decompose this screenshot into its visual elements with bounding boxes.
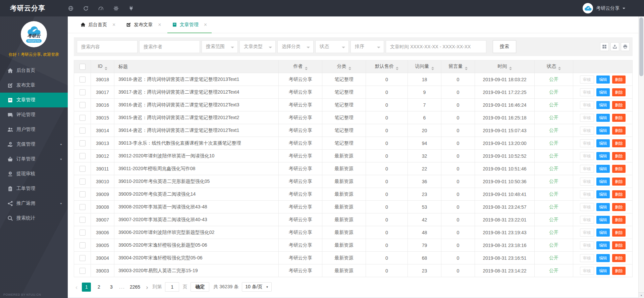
page-2265[interactable]: 2265	[128, 283, 142, 292]
audit-button[interactable]: 审核	[580, 178, 594, 186]
edit-button[interactable]: 编辑	[596, 267, 610, 275]
delete-button[interactable]: 删除	[612, 229, 626, 237]
row-checkbox[interactable]	[79, 204, 86, 210]
sidebar-item-search[interactable]: 搜索统计	[0, 211, 68, 226]
delete-button[interactable]: 删除	[612, 216, 626, 224]
row-checkbox[interactable]	[79, 166, 86, 172]
row-checkbox[interactable]	[79, 230, 86, 236]
audit-button[interactable]: 审核	[580, 76, 594, 84]
search-author-input[interactable]	[139, 40, 200, 53]
edit-button[interactable]: 编辑	[596, 229, 610, 237]
sort-icon[interactable]	[396, 67, 398, 70]
plug-icon[interactable]	[128, 6, 134, 11]
audit-button[interactable]: 审核	[580, 139, 594, 147]
tab-home[interactable]: 后台首页×	[75, 16, 121, 33]
sidebar-item-book[interactable]: 文章管理	[0, 93, 68, 107]
audit-button[interactable]: 审核	[580, 190, 594, 198]
filter-select-scope[interactable]: 搜索范围	[202, 40, 238, 53]
sort-icon[interactable]	[105, 67, 107, 70]
delete-button[interactable]: 删除	[612, 127, 626, 135]
audit-button[interactable]: 审核	[580, 267, 594, 275]
delete-button[interactable]: 删除	[612, 101, 626, 109]
print-button[interactable]	[621, 42, 630, 51]
filter-select-status[interactable]: 状态	[315, 40, 349, 53]
gear-icon[interactable]	[113, 6, 119, 11]
audit-button[interactable]: 审核	[580, 216, 594, 224]
export-button[interactable]	[610, 42, 619, 51]
edit-button[interactable]: 编辑	[596, 76, 610, 84]
delete-button[interactable]: 删除	[612, 139, 626, 147]
edit-button[interactable]: 编辑	[596, 88, 610, 96]
delete-button[interactable]: 删除	[612, 178, 626, 186]
edit-button[interactable]: 编辑	[596, 216, 610, 224]
search-button[interactable]: 搜索	[493, 40, 516, 53]
audit-button[interactable]: 审核	[580, 101, 594, 109]
row-checkbox[interactable]	[79, 128, 86, 134]
edit-button[interactable]: 编辑	[596, 190, 610, 198]
row-checkbox[interactable]	[79, 89, 86, 95]
page-3[interactable]: 3	[107, 283, 116, 292]
edit-button[interactable]: 编辑	[596, 139, 610, 147]
row-checkbox[interactable]	[79, 115, 86, 121]
sort-icon[interactable]	[305, 67, 308, 70]
page-prev[interactable]: ‹	[74, 284, 78, 290]
delete-button[interactable]: 删除	[612, 114, 626, 122]
tab-book[interactable]: 文章管理×	[167, 16, 212, 33]
select-all-checkbox[interactable]	[79, 64, 86, 70]
delete-button[interactable]: 删除	[612, 76, 626, 84]
filter-select-category[interactable]: 选择分类	[277, 40, 314, 53]
close-icon[interactable]: ×	[112, 22, 115, 28]
sort-icon[interactable]	[465, 67, 468, 70]
goto-page-input[interactable]	[165, 282, 179, 292]
edit-button[interactable]: 编辑	[596, 203, 610, 211]
audit-button[interactable]: 审核	[580, 254, 594, 262]
edit-button[interactable]: 编辑	[596, 114, 610, 122]
audit-button[interactable]: 审核	[580, 127, 594, 135]
row-checkbox[interactable]	[79, 255, 86, 261]
sort-icon[interactable]	[348, 67, 351, 70]
refresh-icon[interactable]	[83, 6, 89, 11]
edit-button[interactable]: 编辑	[596, 152, 610, 160]
gauge-icon[interactable]	[98, 6, 104, 11]
row-checkbox[interactable]	[79, 140, 86, 146]
row-checkbox[interactable]	[79, 242, 86, 248]
globe-icon[interactable]	[68, 6, 73, 11]
filter-select-sort[interactable]: 排序	[351, 40, 384, 53]
scroll-down-button[interactable]: ▼	[639, 292, 644, 298]
sidebar-item-home[interactable]: 后台首页	[0, 63, 68, 78]
delete-button[interactable]: 删除	[612, 203, 626, 211]
audit-button[interactable]: 审核	[580, 114, 594, 122]
row-checkbox[interactable]	[79, 77, 86, 83]
delete-button[interactable]: 删除	[612, 241, 626, 249]
edit-button[interactable]: 编辑	[596, 241, 610, 249]
filter-select-type[interactable]: 文章类型	[239, 40, 276, 53]
audit-button[interactable]: 审核	[580, 241, 594, 249]
page-next[interactable]: ›	[145, 284, 149, 290]
sidebar-item-work-order[interactable]: 工单管理	[0, 181, 68, 196]
close-icon[interactable]: ×	[204, 22, 207, 28]
audit-button[interactable]: 审核	[580, 203, 594, 211]
row-checkbox[interactable]	[79, 153, 86, 159]
article-time-input[interactable]	[386, 40, 486, 53]
delete-button[interactable]: 删除	[612, 88, 626, 96]
edit-button[interactable]: 编辑	[596, 127, 610, 135]
row-checkbox[interactable]	[79, 268, 86, 274]
edit-button[interactable]: 编辑	[596, 254, 610, 262]
row-checkbox[interactable]	[79, 102, 86, 108]
columns-grid-button[interactable]	[600, 42, 609, 51]
sidebar-item-withdraw[interactable]: $提现审核	[0, 166, 68, 181]
search-content-input[interactable]	[77, 40, 138, 53]
audit-button[interactable]: 审核	[580, 229, 594, 237]
sidebar-item-recharge[interactable]: $充值管理▼	[0, 137, 68, 152]
sidebar-item-comment[interactable]: 评论管理	[0, 107, 68, 122]
sidebar-item-orders[interactable]: 订单管理▼	[0, 152, 68, 166]
edit-button[interactable]: 编辑	[596, 178, 610, 186]
row-checkbox[interactable]	[79, 217, 86, 223]
delete-button[interactable]: 删除	[612, 254, 626, 262]
delete-button[interactable]: 删除	[612, 165, 626, 173]
scrollbar[interactable]: ▼	[638, 16, 644, 298]
sidebar-item-edit[interactable]: 发布文章	[0, 78, 68, 93]
delete-button[interactable]: 删除	[612, 267, 626, 275]
confirm-button[interactable]: 确定	[191, 282, 209, 292]
edit-button[interactable]: 编辑	[596, 101, 610, 109]
